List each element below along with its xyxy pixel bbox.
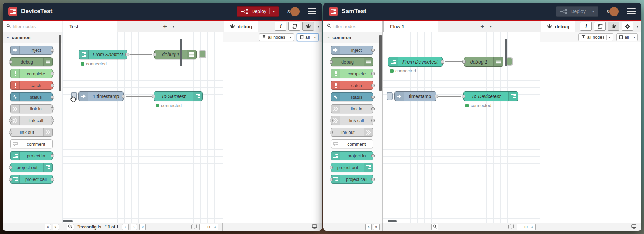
filter-nodes-input[interactable] xyxy=(13,24,51,29)
navigator-icon[interactable] xyxy=(508,224,514,230)
output-port[interactable] xyxy=(435,95,438,98)
palette-node[interactable]: link out xyxy=(331,128,373,137)
canvas-vscrollbar[interactable] xyxy=(180,39,182,66)
palette-node[interactable]: project in xyxy=(331,151,373,160)
palette-search[interactable] xyxy=(323,21,382,32)
palette-node[interactable]: link in xyxy=(331,104,373,113)
palette-node[interactable]: link call xyxy=(331,116,373,125)
flow-node[interactable]: timestamp xyxy=(394,91,436,101)
palette-category-common[interactable]: › common xyxy=(323,32,382,43)
filter-nodes-input[interactable] xyxy=(333,24,371,29)
canvas-hscrollbar[interactable] xyxy=(388,220,397,222)
input-port[interactable] xyxy=(462,95,465,98)
main-menu-button[interactable] xyxy=(308,8,316,15)
canvas-vscrollbar[interactable] xyxy=(505,39,507,66)
input-port[interactable] xyxy=(462,60,466,64)
deploy-button[interactable]: Deploy ▾ xyxy=(556,6,598,17)
sidebar-menu-caret-icon[interactable]: ▾ xyxy=(636,24,638,29)
main-menu-button[interactable] xyxy=(627,8,636,15)
deploy-caret-icon[interactable]: ▾ xyxy=(273,10,275,13)
palette-node[interactable]: project call xyxy=(10,175,53,184)
debug-toggle-button[interactable] xyxy=(199,50,206,58)
tab-flow-1[interactable]: Flow 1 xyxy=(383,21,438,32)
flow-node[interactable]: debug 1 xyxy=(154,50,197,59)
clear-debug-button[interactable]: all ▾ xyxy=(616,33,638,41)
palette-node[interactable]: debug xyxy=(10,57,53,66)
flow-canvas[interactable]: From Samtest connected debug 1 xyxy=(62,32,223,223)
filter-nodes-button[interactable]: all nodes ▾ xyxy=(578,33,613,41)
zoom-out-button[interactable]: − xyxy=(517,224,523,230)
flow-list-caret-icon[interactable]: ▾ xyxy=(490,24,492,29)
palette-node[interactable]: inject xyxy=(331,46,373,55)
palette-node[interactable]: status xyxy=(10,92,53,101)
palette-node[interactable]: link out xyxy=(10,128,53,137)
wire[interactable] xyxy=(438,96,461,97)
add-flow-button[interactable]: + xyxy=(480,23,484,30)
palette-node[interactable]: link call xyxy=(10,116,53,125)
palette-node[interactable]: comment xyxy=(331,139,373,148)
zoom-in-button[interactable]: + xyxy=(529,224,536,230)
palette-collapse-down-button[interactable]: » xyxy=(373,224,380,230)
filter-nodes-button[interactable]: all nodes ▾ xyxy=(259,33,294,41)
search-close-button[interactable]: × xyxy=(139,224,146,230)
tab-debug[interactable]: debug xyxy=(224,21,258,32)
output-port[interactable] xyxy=(122,95,125,98)
flow-node[interactable]: 1:timestamp xyxy=(78,91,124,101)
zoom-in-button[interactable]: + xyxy=(212,224,218,230)
flow-node[interactable]: From Devicetest connected xyxy=(388,57,443,67)
canvas-hscrollbar[interactable] xyxy=(63,220,73,222)
palette-collapse-up-button[interactable]: » xyxy=(45,224,51,230)
palette-node[interactable]: project in xyxy=(10,151,53,160)
palette-scrollbar[interactable] xyxy=(59,35,61,91)
open-debug-window-icon[interactable] xyxy=(312,224,317,230)
input-port[interactable] xyxy=(153,53,156,56)
user-avatar[interactable]: s xyxy=(287,7,300,16)
palette-node[interactable]: catch xyxy=(10,81,53,90)
wire[interactable] xyxy=(126,96,152,97)
flow-node[interactable]: From Samtest connected xyxy=(79,50,127,59)
bug-button[interactable] xyxy=(302,22,314,31)
bug-button[interactable] xyxy=(608,22,619,31)
canvas-search-button[interactable] xyxy=(431,224,438,230)
flow-node[interactable]: To Samtest connected xyxy=(154,91,203,101)
zoom-reset-button[interactable]: O xyxy=(206,224,212,230)
palette-category-common[interactable]: › common xyxy=(3,32,62,43)
wire[interactable] xyxy=(129,54,152,55)
palette-node[interactable]: catch xyxy=(331,81,373,90)
deploy-button[interactable]: Deploy ▾ xyxy=(237,6,279,17)
palette-node[interactable]: status xyxy=(331,92,373,101)
user-avatar[interactable]: s xyxy=(607,7,619,16)
add-flow-button[interactable]: + xyxy=(163,23,167,30)
palette-node[interactable]: comment xyxy=(10,139,53,148)
palette-node[interactable]: project out xyxy=(10,163,53,172)
open-debug-window-icon[interactable] xyxy=(631,224,636,230)
output-port[interactable] xyxy=(125,53,129,56)
inject-button[interactable] xyxy=(387,92,393,100)
palette-collapse-down-button[interactable]: » xyxy=(53,224,59,230)
wire[interactable] xyxy=(445,61,462,62)
zoom-out-button[interactable]: − xyxy=(199,224,206,230)
info-button[interactable]: i xyxy=(580,22,592,31)
palette-node[interactable]: project out xyxy=(331,163,373,172)
sidebar-menu-caret-icon[interactable]: ▾ xyxy=(317,24,319,29)
palette-node[interactable]: debug xyxy=(331,57,373,66)
deploy-caret-icon[interactable]: ▾ xyxy=(592,10,594,13)
canvas-search-button[interactable] xyxy=(67,224,74,230)
settings-button[interactable] xyxy=(622,22,633,31)
output-port[interactable] xyxy=(441,60,444,64)
palette-node[interactable]: link in xyxy=(10,104,53,113)
palette-scrollbar[interactable] xyxy=(379,35,382,91)
palette-node[interactable]: complete xyxy=(10,69,53,78)
info-button[interactable]: i xyxy=(275,22,286,31)
library-button[interactable] xyxy=(288,22,300,31)
navigator-icon[interactable] xyxy=(191,224,197,230)
tab-debug[interactable]: debug xyxy=(541,21,575,32)
tab-test[interactable]: Test xyxy=(63,21,117,32)
flow-node[interactable]: To Devicetest connected xyxy=(463,91,518,101)
flow-canvas[interactable]: From Devicetest connected debug 1 xyxy=(383,32,540,223)
clear-debug-button[interactable]: all ▾ xyxy=(297,33,319,41)
zoom-reset-button[interactable]: O xyxy=(523,224,529,230)
palette-node[interactable]: complete xyxy=(331,69,373,78)
palette-collapse-up-button[interactable]: » xyxy=(365,224,372,230)
palette-node[interactable]: inject xyxy=(10,46,53,55)
